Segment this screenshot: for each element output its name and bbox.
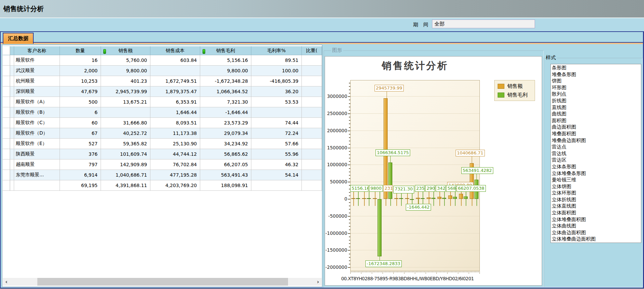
table-cell: 101,609.74 <box>101 149 150 159</box>
style-list-item[interactable]: 立体曲边面积图 <box>552 229 641 236</box>
table-row[interactable]: 东莞市顺景...6,9141,040,686.71477,195.28563,4… <box>3 170 322 180</box>
style-list-item[interactable]: 立体面积图 <box>552 210 641 216</box>
style-list-item[interactable]: 曲边面积图 <box>552 124 641 131</box>
table-cell: 46.32 <box>251 159 302 170</box>
label-stem <box>375 192 375 206</box>
table-cell: 44,744.12 <box>150 149 200 159</box>
style-list-item[interactable]: 直线图 <box>552 104 641 111</box>
row-selector-cell[interactable] <box>3 55 10 66</box>
style-list-item[interactable]: 立体饼图 <box>552 183 641 190</box>
style-list-item[interactable]: 立体折线图 <box>552 196 641 203</box>
style-list-item[interactable]: 雷达线 <box>552 150 641 157</box>
table-row[interactable]: 69,1954,391,868.114,203,769.20188,098.91 <box>3 180 322 191</box>
style-list-item[interactable]: 立体堆叠条形图 <box>552 170 641 177</box>
style-list-item[interactable]: 环形图 <box>552 84 641 91</box>
column-header[interactable]: 比重( <box>302 46 322 55</box>
chart-style-listbox[interactable]: 条形图堆叠条形图饼图环形图散列点折线图直线图曲线图面积图曲边面积图堆叠面积图堆叠… <box>550 64 641 243</box>
x-axis-tick <box>365 271 365 273</box>
style-list-item[interactable]: 散列点 <box>552 91 641 98</box>
table-cell: 55.96 <box>251 149 302 159</box>
indicator-cell <box>10 86 14 97</box>
row-selector-cell[interactable] <box>3 97 10 107</box>
row-selector-cell[interactable] <box>3 66 10 76</box>
table-row[interactable]: 顺景软件（E）52759,365.8225,130.9034,234.9257.… <box>3 139 322 149</box>
y-axis-tick <box>349 192 350 193</box>
y-axis-tick <box>349 117 350 117</box>
table-row[interactable]: 深圳顺景47,6792,945,739.991,879,375.471,066,… <box>3 86 322 97</box>
table-cell <box>302 97 322 107</box>
column-header[interactable]: 毛利率% <box>251 46 302 55</box>
table-row[interactable]: 顺景软件（D）6740,252.7211,173.3829,079.3472.2… <box>3 128 322 139</box>
style-list-item[interactable]: 立体环形图 <box>552 190 641 196</box>
style-list-item[interactable]: 堆叠曲边面积图 <box>552 137 641 144</box>
table-cell: 60 <box>60 118 101 128</box>
tab-summary-data[interactable]: 汇总数据 <box>3 33 34 44</box>
row-selector-cell[interactable] <box>3 76 10 86</box>
style-list-item[interactable]: 条形图 <box>552 65 641 71</box>
x-axis-tick <box>414 271 414 273</box>
bar <box>367 198 371 199</box>
x-axis-tick <box>427 271 427 273</box>
y-axis-tick <box>349 175 350 176</box>
label-leader-line <box>387 91 387 98</box>
period-input[interactable] <box>432 20 535 28</box>
table-cell: 142,909.89 <box>101 159 150 170</box>
y-axis-tick <box>349 127 350 128</box>
table-row[interactable]: 顺景软件165,760.00603.845,156.1689.51 <box>3 55 322 66</box>
table-cell: 563,491.43 <box>200 170 251 180</box>
x-axis-tick <box>372 271 372 274</box>
style-list-item[interactable]: 曼哈顿三维 <box>552 177 641 183</box>
scroll-left-button[interactable]: ‹ <box>3 278 10 286</box>
table-cell <box>302 159 322 170</box>
table-row[interactable]: 顺景软件（A）50013,675.216,353.917,321.3053.53 <box>3 97 322 107</box>
row-selector-cell[interactable] <box>3 118 10 128</box>
column-header[interactable]: 销售成本 <box>150 46 200 55</box>
style-list-item[interactable]: 立体堆叠面积图 <box>552 216 641 223</box>
row-selector-cell[interactable] <box>3 128 10 139</box>
style-list-item[interactable]: 立体曲线图 <box>552 223 641 229</box>
style-list-item[interactable]: 雷达点 <box>552 144 641 150</box>
style-list-item[interactable]: 曲线图 <box>552 111 641 117</box>
data-label: -1646.442 <box>406 204 431 211</box>
style-list-item[interactable]: 立体直线图 <box>552 203 641 210</box>
table-row[interactable]: 杭州顺景10,253401.231,672,749.51-1,672,348.2… <box>3 76 322 86</box>
period-label: 期 间 <box>413 22 428 28</box>
style-list-item[interactable]: 立体条形图 <box>552 164 641 170</box>
table-row[interactable]: 武汉顺景2,0009,800.009,800.00100.00 <box>3 66 322 76</box>
y-axis-tick <box>349 83 350 83</box>
table-row[interactable]: 顺景软件（C）6031,666.808,093.5123,573.2974.44 <box>3 118 322 128</box>
table-cell: 4,391,868.11 <box>101 180 150 191</box>
table-cell: 7,321.30 <box>200 97 251 107</box>
row-selector-cell[interactable] <box>3 149 10 159</box>
y-axis-tick <box>348 113 350 114</box>
style-list-item[interactable]: 堆叠面积图 <box>552 131 641 137</box>
y-axis-tick <box>349 237 350 237</box>
table-row[interactable]: 越南顺景797142,909.8976,702.8466,207.0546.32 <box>3 159 322 170</box>
horizontal-scrollbar[interactable]: ‹ › <box>3 278 322 286</box>
style-list-item[interactable]: 堆叠条形图 <box>552 71 641 78</box>
table-cell: 顺景软件 <box>14 55 60 66</box>
table-row[interactable]: 陕西顺景376101,609.7444,744.1256,865.6255.96 <box>3 149 322 159</box>
table-cell: 76,702.84 <box>150 159 200 170</box>
style-list-item[interactable]: 立体堆叠曲边面积图 <box>552 236 641 243</box>
y-axis-tick <box>349 100 350 100</box>
scrollbar-thumb[interactable] <box>37 278 288 286</box>
y-axis-tick-label: -500000 <box>325 213 347 219</box>
column-header[interactable]: 销售额 <box>101 46 150 55</box>
x-axis-tick <box>465 271 465 273</box>
column-header[interactable]: 销售毛利 <box>200 46 251 55</box>
table-row[interactable]: 顺景软件（B）61,646.44-1,646.44 <box>3 107 322 118</box>
style-list-item[interactable]: 饼图 <box>552 78 641 84</box>
row-selector-cell[interactable] <box>3 86 10 97</box>
column-header[interactable]: 客户名称 <box>14 46 60 55</box>
style-list-item[interactable]: 雷达区 <box>552 157 641 164</box>
row-selector-cell[interactable] <box>3 170 10 180</box>
scroll-right-button[interactable]: › <box>314 278 322 286</box>
style-list-item[interactable]: 折线图 <box>552 98 641 104</box>
row-selector-cell[interactable] <box>3 139 10 149</box>
row-selector-cell[interactable] <box>3 159 10 170</box>
row-selector-cell[interactable] <box>3 180 10 191</box>
style-list-item[interactable]: 面积图 <box>552 117 641 124</box>
column-header[interactable]: 数量 <box>60 46 101 55</box>
row-selector-cell[interactable] <box>3 107 10 118</box>
